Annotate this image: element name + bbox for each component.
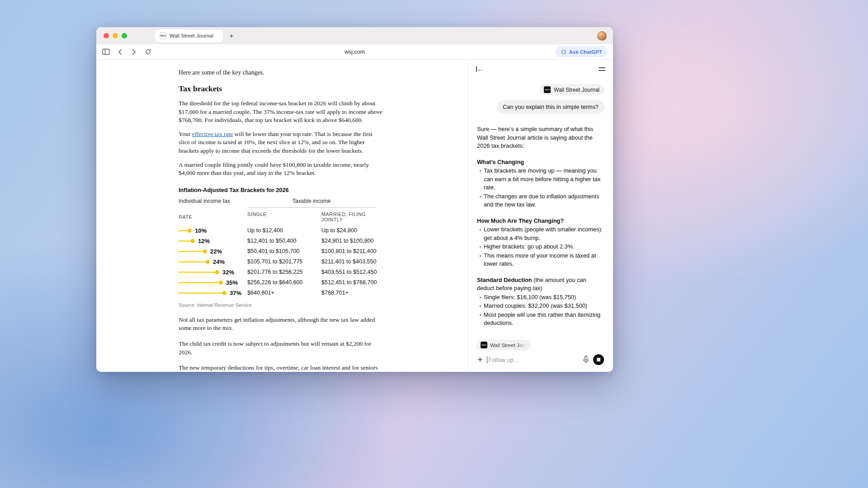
bullet-item: •Lower brackets (people with smaller inc… (477, 225, 604, 242)
bullet-item: •The changes are due to inflation adjust… (477, 192, 604, 209)
collapse-sidebar-icon[interactable]: ← (476, 66, 484, 73)
table-group-headers: Individual income tax Taxable income (179, 198, 383, 208)
married-range: $768,701+ (321, 290, 383, 296)
composer-chip-label: Wall Street Journal (490, 343, 527, 348)
table-row: 32% $201,776 to $256,225 $403,551 to $51… (179, 267, 383, 277)
rate-bar (179, 240, 193, 242)
table-row: 35% $256,226 to $640,600 $512,451 to $76… (179, 277, 383, 288)
voice-button[interactable] (593, 354, 604, 365)
followup-input[interactable]: Follow up... (487, 357, 579, 363)
single-range: $12,401 to $50,400 (247, 238, 321, 244)
single-range: $256,226 to $640,600 (247, 279, 321, 286)
paragraph: Not all tax parameters get inflation adj… (179, 316, 383, 333)
rate-bar (179, 251, 206, 253)
paragraph: The threshold for the top federal income… (179, 99, 383, 125)
table-row: 37% $640,601+ $768,701+ (179, 288, 383, 298)
married-range: $512,451 to $768,700 (321, 279, 383, 286)
group-individual-income-tax: Individual income tax (179, 198, 247, 208)
tab-bar: WSJ Wall Street Journal + (96, 27, 613, 44)
new-tab-button[interactable]: + (229, 32, 234, 40)
effective-tax-rate-link[interactable]: effective tax rate (192, 131, 233, 137)
table-title: Inflation-Adjusted Tax Brackets for 2026 (179, 187, 383, 193)
group-taxable-income: Taxable income (247, 198, 376, 208)
tab-wall-street-journal[interactable]: WSJ Wall Street Journal (155, 29, 223, 42)
minimize-window-button[interactable] (113, 33, 118, 38)
zoom-window-button[interactable] (122, 33, 127, 38)
attachment-label: Wall Street Journal (554, 87, 599, 93)
single-range: $640,601+ (247, 290, 321, 296)
married-range: $24,801 to $100,800 (321, 238, 383, 244)
navigation-icons (102, 48, 152, 56)
wsj-icon: WSJ (481, 342, 487, 348)
rate-value: 35% (226, 279, 238, 286)
section-standard-deduction: Standard Deduction (the amount you can d… (477, 276, 604, 328)
address-bar[interactable]: wsj.com (96, 49, 613, 55)
paragraph: The new temporary deductions for tips, o… (179, 364, 383, 371)
profile-avatar[interactable] (597, 31, 607, 41)
assistant-message: Sure — here’s a simple summary of what t… (477, 125, 604, 361)
assistant-intro: Sure — here’s a simple summary of what t… (477, 125, 604, 150)
heading-tax-brackets: Tax brackets (179, 84, 383, 94)
add-attachment-icon[interactable]: + (477, 355, 483, 364)
paragraph-text: Your (179, 131, 192, 137)
article-body: Here are some of the key changes. Tax br… (179, 60, 383, 371)
single-range: $50,401 to $105,700 (247, 248, 321, 254)
article-pane: Here are some of the key changes. Tax br… (96, 60, 468, 371)
bullet-item: •Married couples: $32,200 (was $31,500) (477, 302, 604, 310)
wsj-favicon: WSJ (160, 33, 166, 39)
back-icon[interactable] (116, 48, 124, 56)
browser-window: WSJ Wall Street Journal + (96, 27, 613, 372)
reload-icon[interactable] (144, 48, 152, 56)
rate-bar (179, 272, 218, 273)
section-how-much: How Much Are They Changing? •Lower brack… (477, 217, 604, 268)
table-source: Source: Internal Revenue Service (179, 302, 383, 308)
table-row: 24% $105,701 to $201,775 $211,401 to $40… (179, 257, 383, 267)
married-range: $403,551 to $512,450 (321, 269, 383, 275)
table-row: 12% $12,401 to $50,400 $24,801 to $100,8… (179, 236, 383, 246)
single-range: $105,701 to $201,775 (247, 258, 321, 265)
rate-bar (179, 282, 222, 284)
rate-value: 10% (195, 227, 207, 234)
single-range: $201,776 to $256,225 (247, 269, 321, 275)
header-rate: RATE (179, 211, 247, 222)
paragraph: The child tax credit is now subject to a… (179, 340, 383, 357)
content-area: Here are some of the key changes. Tax br… (96, 60, 613, 371)
composer-input-row: + Follow up... (475, 350, 607, 367)
input-placeholder: Follow up... (488, 357, 518, 363)
rate-value: 37% (230, 290, 241, 296)
text-caret (487, 357, 488, 363)
ask-chatgpt-button[interactable]: Ask ChatGPT (556, 46, 608, 57)
tab-title: Wall Street Journal (170, 33, 213, 38)
forward-icon[interactable] (130, 48, 138, 56)
window-controls (96, 33, 133, 38)
paragraph: Your effective tax rate will be lower th… (179, 130, 383, 155)
rate-bar (179, 261, 208, 263)
composer-attachment-chip[interactable]: WSJ Wall Street Journal (476, 340, 531, 350)
header-single: SINGLE (247, 211, 321, 222)
rate-value: 32% (222, 269, 234, 276)
section-title: What’s Changing (477, 159, 524, 165)
married-range: $100,801 to $211,400 (321, 248, 383, 254)
ask-chatgpt-label: Ask ChatGPT (569, 49, 603, 55)
chatgpt-sidebar: ← WSJ Wall Street Journal Can you explai… (468, 60, 613, 371)
single-range: Up to $12,400 (247, 227, 321, 234)
table-header-row: RATE SINGLE MARRIED, FILING JOINTLY (179, 211, 383, 222)
bullet-item: •This means more of your income is taxed… (477, 252, 604, 268)
sidebar-toggle-icon[interactable] (102, 48, 110, 56)
section-title: How Much Are They Changing? (477, 217, 564, 224)
rate-bar (179, 230, 190, 232)
bullet-item: •Tax brackets are moving up — meaning yo… (477, 167, 604, 192)
browser-toolbar: wsj.com Ask ChatGPT (96, 44, 613, 60)
tax-brackets-table: Inflation-Adjusted Tax Brackets for 2026… (179, 187, 383, 308)
table-row: 22% $50,401 to $105,700 $100,801 to $211… (179, 246, 383, 257)
married-range: Up to $24,800 (321, 227, 383, 234)
chat-menu-icon[interactable] (599, 67, 605, 70)
section-whats-changing: What’s Changing •Tax brackets are moving… (477, 158, 604, 209)
paragraph: A married couple filing jointly could ha… (179, 161, 383, 178)
attachment-chip[interactable]: WSJ Wall Street Journal (539, 84, 604, 95)
microphone-icon[interactable] (583, 356, 589, 364)
close-window-button[interactable] (104, 33, 109, 38)
header-married: MARRIED, FILING JOINTLY (321, 211, 383, 222)
article-intro: Here are some of the key changes. (179, 69, 383, 76)
attachment-row: WSJ Wall Street Journal (477, 84, 604, 95)
